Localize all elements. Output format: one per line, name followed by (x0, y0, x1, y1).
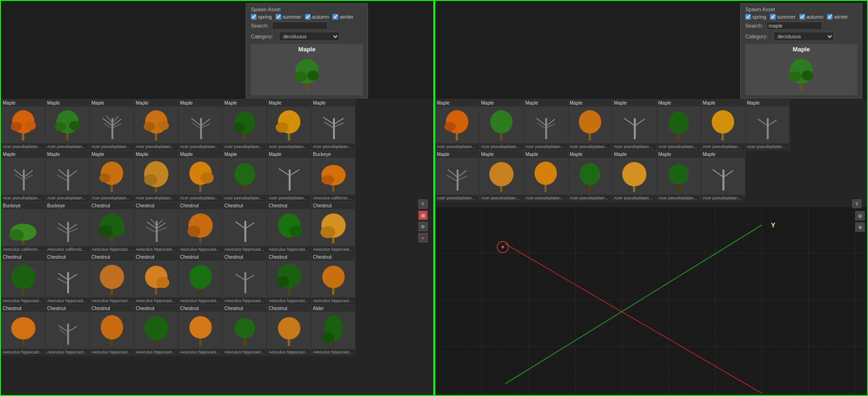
icon-btn-1[interactable]: Y (418, 199, 428, 209)
tree-card[interactable]: Maple Acer pseudoplatan... (1, 99, 45, 150)
vp-icon-1[interactable]: ⊞ (855, 211, 865, 220)
card-sub: Acer pseudoplatan... (223, 143, 266, 150)
card-name: Maple (613, 151, 656, 158)
tree-card[interactable]: Maple Acer pseudoplatan... (524, 99, 568, 150)
tree-card[interactable]: Alder Aesculus hippocast... (311, 304, 355, 356)
tree-card[interactable]: Chestnut Aesculus hippocast... (222, 202, 267, 253)
tree-card[interactable]: Maple Acer pseudoplatan... (90, 150, 134, 202)
tree-card[interactable]: Chestnut Aesculus hippocast... (267, 253, 311, 304)
tree-card[interactable]: Buckeye Aesculus californica... (45, 202, 90, 253)
tree-card[interactable]: Buckeye Aesculus californica... (311, 150, 355, 202)
tree-card[interactable]: Maple Acer pseudoplatan... (568, 150, 612, 202)
card-sub: Acer pseudoplatan... (657, 143, 701, 150)
svg-line-89 (246, 223, 254, 228)
tree-grid-left[interactable]: Maple Acer pseudoplatan... Maple Acer ps… (1, 99, 433, 395)
icon-btn-4[interactable]: ● (418, 233, 428, 242)
tree-card[interactable]: Chestnut Aesculus hippocast... (311, 253, 355, 304)
tree-card[interactable]: Chestnut Aesculus hippocast... (90, 202, 134, 253)
tree-card[interactable]: Maple Acer pseudoplatan... (178, 150, 222, 202)
tree-card[interactable]: Chestnut Aesculus hippocast... (178, 253, 222, 304)
card-sub: Acer pseudoplatan... (267, 143, 311, 150)
tree-card[interactable]: Chestnut Aesculus hippocast... (178, 202, 222, 253)
card-img (223, 312, 266, 349)
viewport-area[interactable]: Y ⊞ ⊕ (435, 206, 868, 395)
tree-card[interactable]: Maple Acer pseudoplatan... (435, 99, 479, 150)
tree-card[interactable]: Maple Acer pseudoplatan... (479, 99, 524, 150)
search-input-right[interactable] (766, 21, 822, 30)
category-select-left[interactable]: deciduous coniferous shrubs (279, 32, 340, 41)
tree-card[interactable]: Maple Acer pseudoplatan... (134, 99, 178, 150)
tree-card[interactable]: Maple Acer pseudoplatan... (524, 150, 568, 202)
card-sub: Acer pseudoplatan... (312, 143, 355, 150)
card-sub: Acer pseudoplatan... (701, 195, 745, 201)
svg-line-165 (447, 175, 457, 181)
card-name: Maple (134, 151, 178, 158)
search-input-left[interactable] (272, 21, 328, 30)
tree-card[interactable]: Maple Acer pseudoplatan... (1, 150, 45, 202)
tree-card[interactable]: Chestnut Aesculus hippocast... (45, 304, 90, 356)
card-name: Buckeye (46, 202, 89, 209)
tree-card[interactable]: Maple Acer pseudoplatan... (267, 99, 311, 150)
cb-winter-left[interactable]: winter (333, 14, 353, 20)
tree-card[interactable]: Maple Acer pseudoplatan... (479, 150, 524, 202)
tree-card[interactable]: Maple Acer pseudoplatan... (267, 150, 311, 202)
tree-card[interactable]: Maple Acer pseudoplatan... (134, 150, 178, 202)
card-img (267, 312, 311, 349)
category-select-right[interactable]: deciduous coniferous (773, 32, 834, 41)
tree-card[interactable]: Maple Acer pseudoplatan... (222, 150, 267, 202)
cb-autumn-left[interactable]: autumn (305, 14, 329, 20)
tree-card[interactable]: Chestnut Aesculus hippocast... (222, 253, 267, 304)
svg-point-92 (289, 226, 302, 237)
svg-point-95 (320, 226, 335, 238)
vp-icon-2[interactable]: ⊕ (855, 222, 865, 232)
tree-card[interactable]: Maple Acer pseudoplatan... (435, 150, 479, 202)
icon-btn-2[interactable]: ⊞ (418, 211, 428, 220)
svg-line-35 (323, 117, 333, 124)
tree-card[interactable]: Maple Acer pseudoplatan... (90, 99, 134, 150)
tree-card[interactable]: Maple Acer pseudoplatan... (568, 99, 612, 150)
tree-card[interactable]: Buckeye Aesculus californica... (1, 202, 45, 253)
tree-card[interactable]: Chestnut Aesculus hippocast... (90, 253, 134, 304)
cb-spring-left[interactable]: spring (251, 14, 272, 20)
category-label-left: Category: (251, 34, 277, 39)
tree-card[interactable]: Maple Acer pseudoplatan... (45, 150, 90, 202)
tree-card[interactable]: Chestnut Aesculus hippocast... (1, 253, 45, 304)
tree-card[interactable]: Chestnut Aesculus hippocast... (1, 304, 45, 356)
tree-card[interactable]: Chestnut Aesculus hippocast... (267, 304, 311, 356)
tree-card[interactable]: Maple Acer pseudoplatan... (657, 150, 701, 202)
tree-card[interactable]: Chestnut Aesculus hippocast... (311, 202, 355, 253)
tree-card[interactable]: Chestnut Aesculus hippocast... (134, 202, 178, 253)
tree-card[interactable]: Chestnut Aesculus hippocast... (267, 202, 311, 253)
card-sub: Aesculus hippocast... (267, 246, 311, 253)
cb-spring-right[interactable]: spring (745, 14, 766, 20)
card-sub: Acer pseudoplatan... (613, 195, 656, 201)
tree-card[interactable]: Maple Acer pseudoplatan... (612, 150, 657, 202)
tree-card[interactable]: Maple Acer pseudoplatan... (745, 99, 790, 150)
tree-card[interactable]: Chestnut Aesculus hippocast... (134, 253, 178, 304)
card-name: Chestnut (223, 202, 266, 209)
tree-card[interactable]: Maple Acer pseudoplatan... (657, 99, 701, 150)
cb-autumn-right[interactable]: autumn (799, 14, 824, 20)
tree-card[interactable]: Maple Acer pseudoplatan... (178, 99, 222, 150)
svg-point-174 (622, 162, 646, 186)
card-name: Maple (613, 99, 656, 106)
icon-btn-r1[interactable]: Y (852, 199, 861, 208)
tree-card[interactable]: Maple Acer pseudoplatan... (45, 99, 90, 150)
tree-card[interactable]: Maple Acer pseudoplatan... (701, 99, 745, 150)
tree-grid-right[interactable]: Maple Acer pseudoplatan... Maple Acer ps… (435, 99, 868, 208)
cb-summer-left[interactable]: summer (276, 14, 301, 20)
tree-card[interactable]: Chestnut Aesculus hippocast... (45, 253, 90, 304)
svg-point-186 (501, 246, 504, 248)
tree-card[interactable]: Chestnut Aesculus hippocast... (90, 304, 134, 356)
cb-summer-right[interactable]: summer (770, 14, 796, 20)
tree-card[interactable]: Maple Acer pseudoplatan... (222, 99, 267, 150)
cb-winter-right[interactable]: winter (827, 14, 847, 20)
tree-card[interactable]: Chestnut Aesculus hippocast... (178, 304, 222, 356)
tree-card[interactable]: Maple Acer pseudoplatan... (612, 99, 657, 150)
tree-card[interactable]: Maple Acer pseudoplatan... (311, 99, 355, 150)
tree-card[interactable]: Chestnut Aesculus hippocast... (134, 304, 178, 356)
tree-card[interactable]: Chestnut Aesculus hippocast... (222, 304, 267, 356)
svg-line-166 (458, 176, 467, 180)
tree-card[interactable]: Maple Acer pseudoplatan... (701, 150, 745, 202)
icon-btn-3[interactable]: ⚙ (418, 222, 428, 231)
